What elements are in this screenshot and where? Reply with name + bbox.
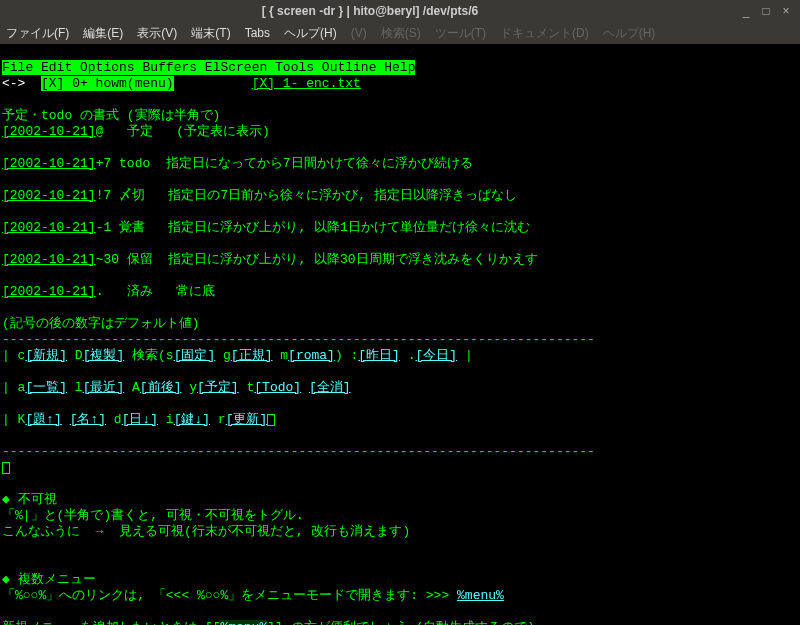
cmd-new[interactable]: [新規] — [25, 348, 67, 363]
cursor-block — [2, 462, 10, 474]
menu-view[interactable]: 表示(V) — [137, 25, 177, 42]
cmd-key-down[interactable]: [鍵↓] — [174, 412, 210, 427]
menu-dim-3: ドキュメント(D) — [500, 25, 589, 42]
window-titlebar: [ { screen -dr } | hito@beryl] /dev/pts/… — [0, 0, 800, 22]
cmd-title-up[interactable]: [題↑] — [25, 412, 61, 427]
cmd-todo[interactable]: [Todo] — [254, 380, 301, 395]
cmd-roma[interactable]: [roma] — [288, 348, 335, 363]
terminal-area[interactable]: File Edit Options Buffers ElScreen Tools… — [0, 44, 800, 625]
text-line: . 済み 常に底 — [96, 284, 216, 299]
text-line: ~30 保留 指定日に浮かび上がり, 以降30日周期で浮き沈みをくりかえす — [96, 252, 538, 267]
cursor-block — [267, 414, 275, 426]
text-line: (記号の後の数字はデフォルト値) — [2, 316, 200, 331]
window-minimize-button[interactable]: _ — [738, 3, 754, 19]
divider: ----------------------------------------… — [2, 332, 595, 347]
tab-arrows[interactable]: <-> — [2, 76, 41, 91]
window-maximize-button[interactable]: □ — [758, 3, 774, 19]
menu-dim-2: ツール(T) — [435, 25, 486, 42]
text-line: -1 覚書 指定日に浮かび上がり, 以降1日かけて単位量だけ徐々に沈む — [96, 220, 530, 235]
section-heading: ◆ 複数メニュー — [2, 572, 96, 587]
tab-1[interactable]: [X] 1- enc.txt — [252, 76, 361, 91]
cmd-fixed[interactable]: [固定] — [174, 348, 216, 363]
text-line: 「%|」と(半角で)書くと, 可視・不可視をトグル. — [2, 508, 304, 523]
menu-help[interactable]: ヘルプ(H) — [284, 25, 337, 42]
menu-terminal[interactable]: 端末(T) — [191, 25, 230, 42]
tab-0-active[interactable]: [X] 0+ howm(menu) — [41, 76, 174, 91]
date-link[interactable]: [2002-10-21] — [2, 252, 96, 267]
date-link[interactable]: [2002-10-21] — [2, 220, 96, 235]
elscreen-tabs[interactable]: <-> [X] 0+ howm(menu) [X] 1- enc.txt — [2, 76, 798, 92]
cmd-dup[interactable]: [複製] — [83, 348, 125, 363]
cmd-recent[interactable]: [最近] — [83, 380, 125, 395]
cmd-date-down[interactable]: [日↓] — [122, 412, 158, 427]
text-line: 予定・todo の書式 (実際は半角で) — [2, 108, 220, 123]
menu-edit[interactable]: 編集(E) — [83, 25, 123, 42]
text-line: +7 todo 指定日になってから7日間かけて徐々に浮かび続ける — [96, 156, 473, 171]
menu-file[interactable]: ファイル(F) — [6, 25, 69, 42]
date-link[interactable]: [2002-10-21] — [2, 124, 96, 139]
cmd-today[interactable]: [今日] — [416, 348, 458, 363]
divider: ----------------------------------------… — [2, 444, 595, 459]
section-heading: ◆ 不可視 — [2, 492, 57, 507]
cmd-list[interactable]: [一覧] — [25, 380, 67, 395]
date-link[interactable]: [2002-10-21] — [2, 188, 96, 203]
text-line: !7 〆切 指定日の7日前から徐々に浮かび, 指定日以降浮きっぱなし — [96, 188, 517, 203]
menu-link[interactable]: %menu% — [457, 588, 504, 603]
window-close-button[interactable]: × — [778, 3, 794, 19]
menu-dim-0: (V) — [351, 26, 367, 40]
menu-dim-1: 検索(S) — [381, 25, 421, 42]
cmd-regex[interactable]: [正規] — [231, 348, 273, 363]
menu-tabs[interactable]: Tabs — [245, 26, 270, 40]
date-link[interactable]: [2002-10-21] — [2, 156, 96, 171]
cmd-sched[interactable]: [予定] — [197, 380, 239, 395]
cmd-clear[interactable]: [全消] — [309, 380, 351, 395]
cmd-yesterday[interactable]: [昨日] — [358, 348, 400, 363]
text-line: こんなふうに → 見える可視(行末が不可視だと, 改行も消えます) — [2, 524, 410, 539]
menu-link-hl[interactable]: %menu% — [220, 620, 267, 625]
menu-dim-4: ヘルプ(H) — [603, 25, 656, 42]
text-line: @ 予定 (予定表に表示) — [96, 124, 270, 139]
date-link[interactable]: [2002-10-21] — [2, 284, 96, 299]
emacs-menubar[interactable]: File Edit Options Buffers ElScreen Tools… — [2, 60, 415, 75]
cmd-name-up[interactable]: [名↑] — [70, 412, 106, 427]
cmd-refresh[interactable]: [更新] — [226, 412, 268, 427]
window-title: [ { screen -dr } | hito@beryl] /dev/pts/… — [6, 4, 734, 18]
app-menubar[interactable]: ファイル(F) 編集(E) 表示(V) 端末(T) Tabs ヘルプ(H) (V… — [0, 22, 800, 44]
cmd-around[interactable]: [前後] — [140, 380, 182, 395]
